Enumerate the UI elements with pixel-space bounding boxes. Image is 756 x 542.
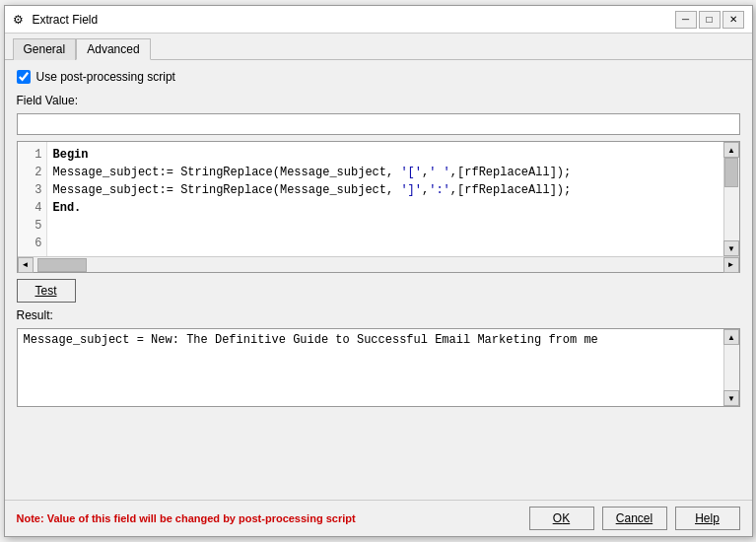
scroll-thumb[interactable]: [724, 158, 738, 187]
window-icon: ⚙: [13, 13, 27, 27]
test-button-label: Test: [34, 284, 56, 298]
tab-general[interactable]: General: [13, 38, 77, 60]
tab-advanced-label: Advanced: [87, 42, 139, 56]
close-button[interactable]: ✕: [722, 11, 744, 29]
code-content[interactable]: Begin Message_subject:= StringReplace(Me…: [47, 142, 723, 256]
checkbox-row: Use post-processing script: [17, 70, 740, 84]
cancel-label: Cancel: [616, 511, 653, 525]
title-controls: ─ □ ✕: [675, 11, 744, 29]
test-button[interactable]: Test: [17, 279, 76, 303]
code-vscrollbar[interactable]: ▲ ▼: [723, 142, 739, 256]
code-editor-container: 1 2 3 4 5 6 Begin Message_subject:= Stri…: [17, 141, 740, 273]
h-scroll-track[interactable]: [34, 257, 723, 272]
h-scroll-thumb[interactable]: [37, 258, 87, 272]
footer-note: Note: Value of this field will be change…: [17, 512, 356, 524]
footer-buttons: OK Cancel Help: [529, 507, 740, 530]
result-text: Message_subject = New: The Definitive Gu…: [18, 329, 739, 351]
main-window: ⚙ Extract Field ─ □ ✕ General Advanced U…: [4, 5, 753, 537]
test-button-row: Test: [17, 279, 740, 303]
scroll-up-arrow[interactable]: ▲: [723, 142, 739, 158]
minimize-button[interactable]: ─: [675, 11, 697, 29]
scroll-down-arrow[interactable]: ▼: [723, 240, 739, 256]
content-area: Use post-processing script Field Value: …: [5, 60, 752, 500]
field-value-input[interactable]: [New] The Definitive Guide to Successful…: [17, 113, 740, 135]
tab-general-label: General: [24, 42, 66, 56]
scroll-track[interactable]: [724, 158, 739, 240]
ok-button[interactable]: OK: [529, 507, 594, 530]
result-vscrollbar[interactable]: ▲ ▼: [723, 329, 739, 406]
line-numbers: 1 2 3 4 5 6: [18, 142, 47, 256]
window-title: Extract Field: [33, 13, 99, 27]
title-bar: ⚙ Extract Field ─ □ ✕: [5, 6, 752, 34]
help-button[interactable]: Help: [675, 507, 740, 530]
maximize-button[interactable]: □: [699, 11, 721, 29]
cancel-button[interactable]: Cancel: [602, 507, 667, 530]
help-label: Help: [695, 511, 720, 525]
field-value-label: Field Value:: [17, 94, 740, 107]
title-bar-left: ⚙ Extract Field: [13, 13, 99, 27]
tab-bar: General Advanced: [5, 34, 752, 60]
code-hscrollbar[interactable]: ◄ ►: [18, 256, 739, 272]
code-editor: 1 2 3 4 5 6 Begin Message_subject:= Stri…: [18, 142, 739, 256]
result-scroll-up[interactable]: ▲: [723, 329, 739, 345]
tab-advanced[interactable]: Advanced: [76, 38, 150, 60]
checkbox-label[interactable]: Use post-processing script: [36, 70, 175, 84]
result-box: Message_subject = New: The Definitive Gu…: [17, 328, 740, 407]
result-scroll-down[interactable]: ▼: [723, 390, 739, 406]
scroll-right-arrow[interactable]: ►: [723, 257, 739, 273]
footer: Note: Value of this field will be change…: [5, 500, 752, 536]
post-processing-checkbox[interactable]: [17, 70, 31, 84]
ok-label: OK: [553, 511, 570, 525]
result-label: Result:: [17, 308, 740, 322]
scroll-left-arrow[interactable]: ◄: [18, 257, 34, 273]
